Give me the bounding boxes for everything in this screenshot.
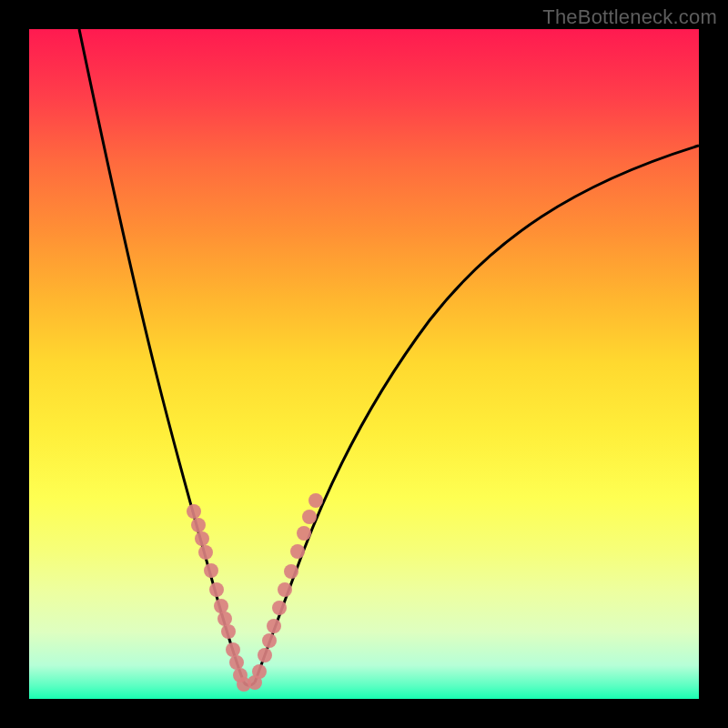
marker-dot <box>187 504 201 519</box>
marker-dot <box>297 526 311 541</box>
right-curve <box>255 146 699 682</box>
marker-dot <box>198 545 213 560</box>
marker-dot <box>302 510 317 524</box>
marker-dot <box>290 544 305 559</box>
curve-layer <box>29 29 699 699</box>
marker-dot <box>209 582 224 597</box>
marker-dot <box>221 624 236 639</box>
watermark-text: TheBottleneck.com <box>542 5 717 29</box>
marker-dot <box>204 563 218 578</box>
markers-right <box>248 493 323 690</box>
marker-dot <box>272 601 287 615</box>
marker-dot <box>308 493 323 508</box>
marker-dot <box>267 619 281 633</box>
marker-dot <box>226 642 240 657</box>
marker-dot <box>195 531 209 546</box>
marker-dot <box>214 599 228 613</box>
marker-dot <box>278 582 292 597</box>
marker-dot <box>284 564 298 579</box>
plot-area <box>29 29 699 699</box>
marker-dot <box>262 633 277 648</box>
markers-left <box>187 504 251 692</box>
marker-dot <box>217 612 232 626</box>
marker-dot <box>229 655 244 670</box>
marker-dot <box>252 664 267 679</box>
marker-dot <box>258 648 272 662</box>
chart-frame: TheBottleneck.com <box>0 0 728 728</box>
marker-dot <box>191 518 206 532</box>
